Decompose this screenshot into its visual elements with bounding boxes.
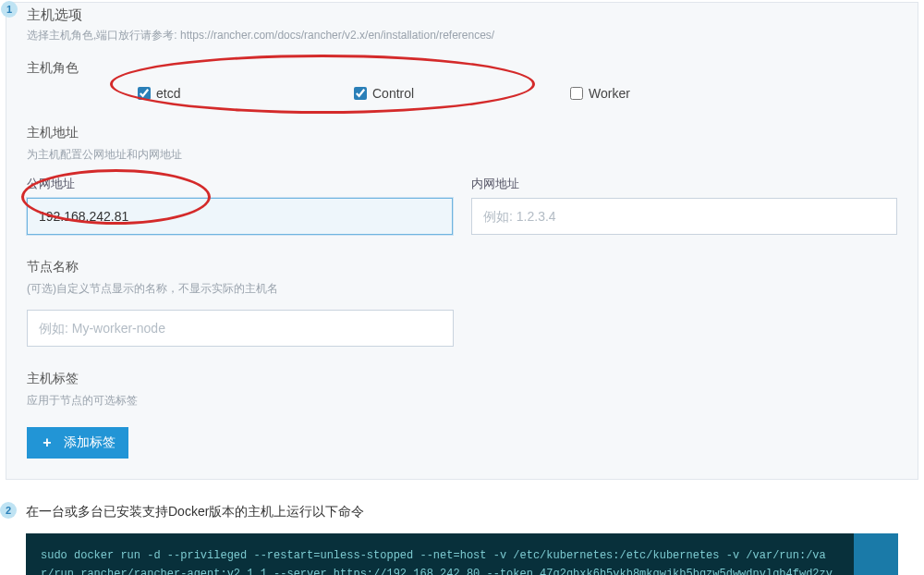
node-name-section: 节点名称 (可选)自定义节点显示的名称，不显示实际的主机名 [27,259,897,347]
host-role-section: 主机选项 选择主机角色,端口放行请参考: https://rancher.com… [27,3,897,101]
role-worker-label: Worker [589,86,630,101]
command-panel: 2 在一台或多台已安装支持Docker版本的主机上运行以下命令 sudo doc… [6,493,918,575]
role-worker-checkbox[interactable] [570,87,583,100]
role-worker[interactable]: Worker [570,86,786,101]
add-label-button-text: 添加标签 [64,434,116,451]
host-labels-hint: 应用于节点的可选标签 [27,393,897,409]
role-control-checkbox[interactable] [354,87,367,100]
host-labels-title: 主机标签 [27,371,897,387]
command-title: 在一台或多台已安装支持Docker版本的主机上运行以下命令 [26,504,898,520]
host-options-title: 主机选项 [27,3,897,24]
plus-icon: + [40,435,55,450]
host-address-title: 主机地址 [27,125,897,141]
host-labels-section: 主机标签 应用于节点的可选标签 + 添加标签 [27,371,897,459]
copy-button[interactable] [854,533,898,575]
public-address-input[interactable] [27,198,453,235]
step-badge-1: 1 [1,1,18,18]
host-role-label: 主机角色 [27,60,897,77]
private-address-col: 内网地址 [471,176,897,235]
node-name-hint: (可选)自定义节点显示的名称，不显示实际的主机名 [27,281,897,297]
private-address-input[interactable] [471,198,897,235]
role-control[interactable]: Control [354,86,570,101]
public-address-col: 公网地址 [27,176,453,235]
host-address-section: 主机地址 为主机配置公网地址和内网地址 公网地址 内网地址 [27,125,897,235]
codeblock-wrap: sudo docker run -d --privileged --restar… [26,533,898,575]
private-address-label: 内网地址 [471,176,897,192]
role-control-label: Control [372,86,414,101]
node-name-input[interactable] [27,310,454,347]
node-name-title: 节点名称 [27,259,897,275]
public-address-label: 公网地址 [27,176,453,192]
roles-row: etcd Control Worker [27,86,897,101]
add-label-button[interactable]: + 添加标签 [27,427,128,459]
role-etcd[interactable]: etcd [138,86,354,101]
address-row: 公网地址 内网地址 [27,176,897,235]
host-address-hint: 为主机配置公网地址和内网地址 [27,147,897,163]
role-etcd-label: etcd [156,86,180,101]
host-options-panel: 1 主机选项 选择主机角色,端口放行请参考: https://rancher.c… [6,2,918,480]
host-options-hint: 选择主机角色,端口放行请参考: https://rancher.com/docs… [27,28,897,43]
command-codeblock[interactable]: sudo docker run -d --privileged --restar… [26,533,854,575]
role-etcd-checkbox[interactable] [138,87,151,100]
step-badge-2: 2 [0,502,17,519]
